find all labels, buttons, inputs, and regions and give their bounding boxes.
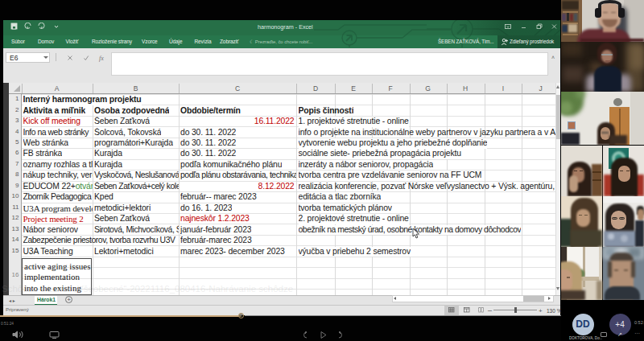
svg-text:fx: fx [99,55,104,62]
